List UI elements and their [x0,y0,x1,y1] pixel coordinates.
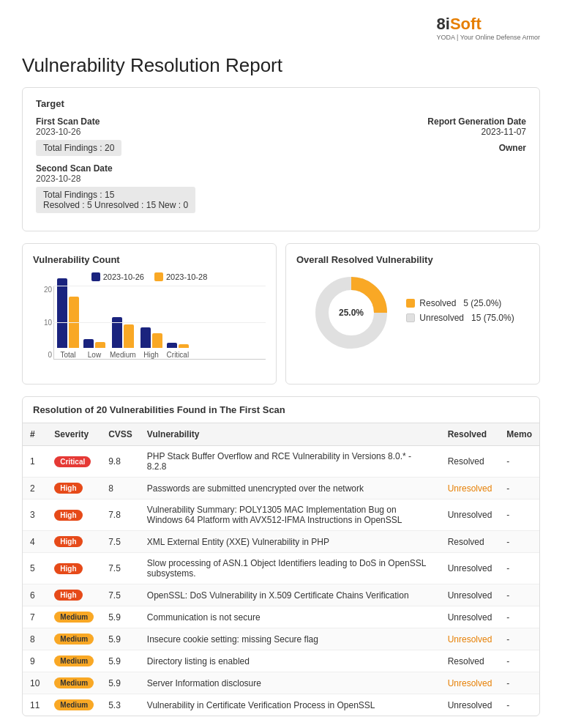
cell-severity: High [47,531,101,553]
severity-badge: Medium [54,612,94,623]
bar-group-medium: Medium [110,317,136,359]
second-scan-findings: Total Findings : 15 Resolved : 5 Unresol… [36,187,195,213]
cell-resolved: Unresolved [441,606,500,628]
cell-num: 3 [23,499,47,531]
col-cvss: CVSS [101,423,140,446]
cell-resolved: Unresolved [441,584,500,606]
cell-resolved: Unresolved [441,478,500,499]
cell-cvss: 5.9 [101,672,140,694]
cell-cvss: 5.9 [101,606,140,628]
first-scan-label: First Scan Date [36,116,372,127]
cell-num: 5 [23,553,47,584]
pie-label-unresolved: Unresolved [419,313,464,323]
cell-resolved: Unresolved [441,672,500,694]
vuln-count-chart: Vulnerability Count 2023-10-26 2023-10-2… [22,243,277,385]
cell-vuln: Directory listing is enabled [140,650,441,672]
table-row: 6 High 7.5 OpenSSL: DoS Vulnerability in… [23,584,539,606]
cell-num: 2 [23,478,47,499]
resolved-chart: Overall Resolved Vulnerability 25.0% Res… [285,243,540,385]
legend-item-1: 2023-10-26 [91,272,144,281]
cell-num: 9 [23,650,47,672]
first-scan-date: 2023-10-26 [36,127,372,137]
legend-dot-1 [91,272,100,281]
y-label-10: 10 [33,319,52,327]
cell-vuln: Server Information disclosure [140,672,441,694]
cell-vuln: Vulnerability in Certificate Verificatio… [140,694,441,716]
cell-memo: - [499,694,539,716]
severity-badge: High [54,510,82,521]
table-row: 10 Medium 5.9 Server Information disclos… [23,672,539,694]
logo-text: 8iSoft [437,15,540,34]
table-row: 2 High 8 Passwords are submitted unencry… [23,478,539,499]
severity-badge: High [54,536,82,547]
cell-vuln: PHP Stack Buffer Overflow and RCE Vulner… [140,446,441,478]
cell-memo: - [499,650,539,672]
severity-badge: Medium [54,699,94,710]
pie-legend-resolved: Resolved 5 (25.0%) [406,298,514,308]
cell-cvss: 9.8 [101,446,140,478]
cell-memo: - [499,499,539,531]
cell-memo: - [499,446,539,478]
bar-group-total: Total [57,278,79,359]
vuln-section-title: Resolution of 20 Vulnerabilities Found i… [23,397,539,423]
cell-severity: Medium [47,606,101,628]
cell-num: 11 [23,694,47,716]
cell-memo: - [499,606,539,628]
info-left: First Scan Date 2023-10-26 Total Finding… [36,116,372,220]
bar-medium-2 [124,324,134,348]
bar-low-1 [83,339,94,348]
table-row: 11 Medium 5.3 Vulnerability in Certifica… [23,694,539,716]
pie-dot-unresolved [406,313,415,322]
cell-severity: Medium [47,650,101,672]
table-row: 8 Medium 5.9 Insecure cookie setting: mi… [23,628,539,650]
bar-high-2 [152,333,162,348]
col-severity: Severity [47,423,101,446]
cell-severity: Medium [47,672,101,694]
cell-cvss: 5.3 [101,694,140,716]
cell-cvss: 7.5 [101,531,140,553]
cell-severity: High [47,478,101,499]
cell-resolved: Resolved [441,531,500,553]
table-row: 5 High 7.5 Slow processing of ASN.1 Obje… [23,553,539,584]
donut-svg: 25.0% [311,272,391,353]
report-date-label: Report Generation Date [394,116,526,127]
page-title: Vulnerability Resolution Report [22,54,540,77]
col-resolved: Resolved [441,423,500,446]
bar-critical-1 [167,343,177,348]
table-row: 3 High 7.8 Vulnerability Summary: POLY13… [23,499,539,531]
second-scan-label: Second Scan Date [36,163,372,174]
donut-area: 25.0% Resolved 5 (25.0%) Unresolved 15 (… [296,272,529,353]
second-scan-date: 2023-10-28 [36,174,372,184]
cell-vuln: Communication is not secure [140,606,441,628]
vuln-count-title: Vulnerability Count [33,254,266,265]
bar-group-critical: Critical [167,343,190,359]
pie-dot-resolved [406,299,415,308]
charts-section: Vulnerability Count 2023-10-26 2023-10-2… [22,243,540,385]
bar-group-high: High [140,327,162,359]
cell-severity: High [47,553,101,584]
cell-severity: Medium [47,694,101,716]
vuln-table: # Severity CVSS Vulnerability Resolved M… [23,423,539,716]
cell-cvss: 7.5 [101,553,140,584]
cell-memo: - [499,553,539,584]
cell-vuln: Vulnerability Summary: POLY1305 MAC Impl… [140,499,441,531]
y-label-0: 0 [33,351,52,359]
report-date-value: 2023-11-07 [394,127,526,137]
svg-text:25.0%: 25.0% [339,308,364,318]
bar-total-1 [57,278,67,348]
cell-vuln: Slow processing of ASN.1 Object Identifi… [140,553,441,584]
severity-badge: High [54,590,82,601]
cell-cvss: 7.5 [101,584,140,606]
table-row: 1 Critical 9.8 PHP Stack Buffer Overflow… [23,446,539,478]
cell-memo: - [499,531,539,553]
legend-item-2: 2023-10-28 [154,272,207,281]
bar-label-low: Low [88,351,101,359]
legend-label-1: 2023-10-26 [103,272,144,281]
owner-label: Owner [394,143,526,153]
cell-memo: - [499,628,539,650]
pie-legend: Resolved 5 (25.0%) Unresolved 15 (75.0%) [406,298,514,327]
table-row: 9 Medium 5.9 Directory listing is enable… [23,650,539,672]
pie-legend-unresolved: Unresolved 15 (75.0%) [406,313,514,323]
cell-num: 1 [23,446,47,478]
legend-dot-2 [154,272,163,281]
